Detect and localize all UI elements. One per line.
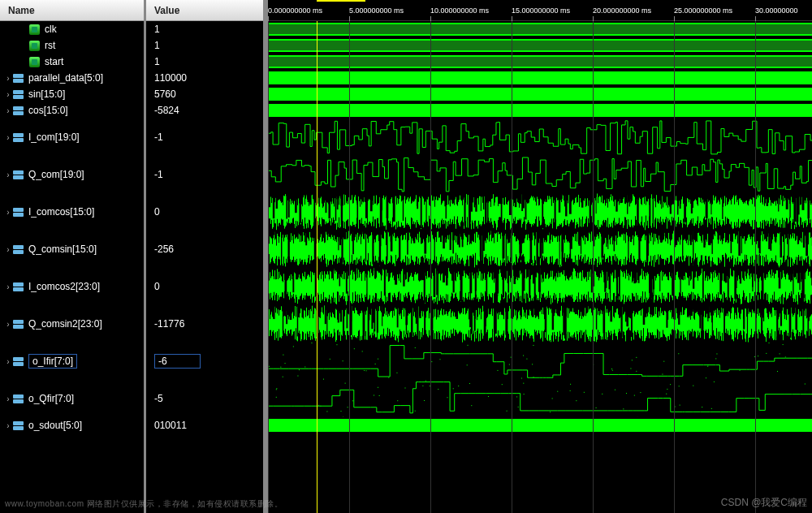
name-panel: Name clkrststart›parallel_data[5:0]›sin[…	[0, 0, 146, 513]
signal-value-label: -256	[154, 244, 174, 255]
signal-name-label: clk	[45, 24, 57, 35]
bus-signal-icon	[13, 319, 24, 330]
ruler-tick-label: 5.000000000 ms	[349, 6, 404, 15]
signal-name-label: parallel_data[5:0]	[28, 72, 103, 84]
bus-signal-icon	[13, 132, 24, 143]
signal-value-row[interactable]: 0	[146, 193, 263, 231]
time-ruler[interactable]: 0.000000000 ms5.000000000 ms10.000000000…	[268, 0, 812, 21]
signal-value-row[interactable]: -5	[146, 380, 263, 417]
signal-value-row[interactable]: -5824	[146, 102, 263, 119]
signal-name-row[interactable]: ›Q_com[19:0]	[0, 156, 144, 193]
bus-signal-icon	[13, 170, 24, 180]
signal-value-row[interactable]: 1	[146, 37, 263, 54]
signal-value-label: 1	[154, 24, 160, 35]
bus-signal-icon	[13, 244, 24, 255]
time-cursor[interactable]	[317, 21, 317, 513]
bus-signal-icon	[13, 73, 24, 84]
signal-value-label: 1	[154, 40, 160, 51]
grid-line	[755, 21, 756, 513]
grid-line	[674, 21, 675, 513]
grid-line	[593, 21, 594, 513]
signal-value-label: 5760	[154, 88, 176, 100]
signal-name-row[interactable]: ›I_com[19:0]	[0, 119, 144, 156]
signal-value-row[interactable]: 1	[146, 54, 263, 70]
signal-name-row[interactable]: ›Q_comsin2[23:0]	[0, 305, 144, 343]
waveform-rows[interactable]	[268, 21, 812, 513]
name-header: Name	[0, 0, 144, 21]
signal-value-row[interactable]: 1	[146, 21, 263, 37]
signal-name-label: cos[15:0]	[28, 105, 68, 116]
signal-name-row[interactable]: ›o_sdout[5:0]	[0, 417, 144, 433]
value-panel: Value 1111100005760-5824-1-10-2560-11776…	[146, 0, 268, 513]
waveform-panel[interactable]: 0.000000000 ms5.000000000 ms10.000000000…	[268, 0, 812, 513]
bus-signal-icon	[13, 394, 24, 404]
signal-name-label: sin[15:0]	[28, 88, 65, 100]
bus-signal-icon	[13, 356, 24, 367]
signal-name-row[interactable]: start	[0, 54, 144, 70]
signal-name-row[interactable]: ›I_comcos[15:0]	[0, 193, 144, 231]
expand-icon[interactable]: ›	[3, 394, 13, 403]
grid-line	[349, 21, 350, 513]
expand-icon[interactable]: ›	[3, 74, 13, 83]
signal-value-row[interactable]: -6	[146, 343, 263, 380]
signal-name-row[interactable]: clk	[0, 21, 144, 37]
ruler-tick-label: 15.000000000 ms	[512, 6, 570, 15]
expand-icon[interactable]: ›	[3, 90, 13, 99]
signal-name-row[interactable]: ›o_Qfir[7:0]	[0, 380, 144, 417]
bit-signal-icon	[29, 41, 40, 51]
signal-name-row[interactable]: ›o_Ifir[7:0]	[0, 343, 144, 380]
signal-value-label: 110000	[154, 72, 187, 84]
bus-signal-icon	[13, 106, 24, 116]
expand-icon[interactable]: ›	[3, 320, 13, 329]
signal-value-row[interactable]: -1	[146, 156, 263, 193]
watermark-left: www.toymoban.com 网络图片仅供展示，非存储，如有侵权请联系删除。	[5, 498, 283, 510]
value-header: Value	[146, 0, 263, 21]
signal-value-row[interactable]: -11776	[146, 305, 263, 343]
signal-value-label: -11776	[154, 318, 184, 330]
ruler-tick-label: 30.00000000	[755, 6, 798, 15]
signal-value-label: -1	[154, 169, 163, 180]
expand-icon[interactable]: ›	[3, 208, 13, 217]
signal-value-label: 010011	[154, 420, 187, 431]
bus-signal-icon	[13, 207, 24, 218]
signal-value-row[interactable]: 110000	[146, 70, 263, 86]
signal-value-row[interactable]: 5760	[146, 86, 263, 102]
signal-value-row[interactable]: 0	[146, 268, 263, 305]
expand-icon[interactable]: ›	[3, 357, 13, 366]
signal-value-label: 1	[154, 56, 160, 67]
signal-value-row[interactable]: 010011	[146, 417, 263, 433]
expand-icon[interactable]: ›	[3, 421, 13, 430]
signal-value-row[interactable]: -256	[146, 231, 263, 268]
signal-value-row[interactable]: -1	[146, 119, 263, 156]
ruler-tick-label: 25.000000000 ms	[674, 6, 732, 15]
signal-name-label: I_comcos2[23:0]	[28, 281, 100, 292]
signal-name-label: Q_comsin[15:0]	[28, 244, 97, 255]
signal-name-label: rst	[45, 40, 55, 51]
bus-signal-icon	[13, 420, 24, 431]
value-rows: 1111100005760-5824-1-10-2560-11776-6-501…	[146, 21, 263, 513]
name-rows: clkrststart›parallel_data[5:0]›sin[15:0]…	[0, 21, 144, 513]
signal-name-row[interactable]: ›sin[15:0]	[0, 86, 144, 102]
expand-icon[interactable]: ›	[3, 282, 13, 291]
bus-signal-icon	[13, 89, 24, 100]
expand-icon[interactable]: ›	[3, 133, 13, 142]
expand-icon[interactable]: ›	[3, 106, 13, 115]
ruler-tick-label: 20.000000000 ms	[593, 6, 651, 15]
expand-icon[interactable]: ›	[3, 170, 13, 179]
signal-value-label: 0	[154, 281, 160, 292]
signal-name-row[interactable]: ›cos[15:0]	[0, 102, 144, 119]
signal-name-label: I_com[19:0]	[28, 131, 80, 143]
signal-value-label: 0	[154, 206, 160, 218]
signal-name-row[interactable]: ›I_comcos2[23:0]	[0, 268, 144, 305]
expand-icon[interactable]: ›	[3, 245, 13, 254]
ruler-tick-label: 0.000000000 ms	[268, 6, 322, 15]
signal-value-label: -5824	[154, 105, 179, 116]
signal-name-row[interactable]: ›Q_comsin[15:0]	[0, 231, 144, 268]
grid-line	[268, 21, 269, 513]
signal-name-label: o_Ifir[7:0]	[32, 356, 73, 367]
signal-name-row[interactable]: ›parallel_data[5:0]	[0, 70, 144, 86]
ruler-tick-label: 10.000000000 ms	[430, 6, 489, 15]
signal-name-row[interactable]: rst	[0, 37, 144, 54]
signal-name-label: o_sdout[5:0]	[28, 420, 82, 431]
grid-line	[430, 21, 431, 513]
